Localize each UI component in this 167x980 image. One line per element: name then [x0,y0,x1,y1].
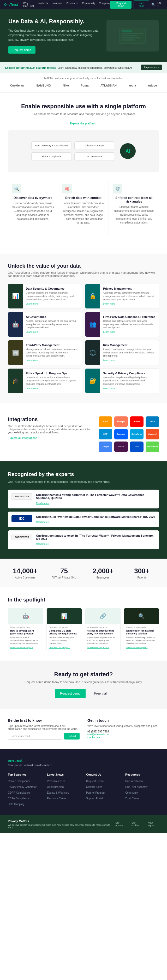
diagram-node-data: Data Discovery & Classification [31,142,72,150]
footer-link-3-3[interactable]: Trust Center [125,797,140,800]
svg-rect-2 [121,33,143,34]
newsletter-submit-button[interactable]: Submit [64,733,80,740]
nav-link-products[interactable]: Products [38,2,48,8]
value-card-link-4[interactable]: Learn more › [26,359,39,361]
footer-link-0-2[interactable]: GDPR Compliance [8,791,30,794]
value-content-1: Privacy Management Automate privacy comp… [100,284,159,309]
value-card-link-1[interactable]: Learn more › [103,302,117,305]
language-selector[interactable]: EN ▾ [158,2,163,8]
value-card-desc-6: Operationalize your ethics and complianc… [26,376,79,386]
footer-link-0-0[interactable]: Cookie Compliance [8,780,30,783]
hero-cta-button[interactable]: Request demo [8,46,36,54]
footer-rights-link[interactable]: Your rights [148,822,159,827]
spotlight-card-link-1[interactable]: Download Infographic › [49,646,70,649]
forrester-logo-0: FORRESTER [11,493,32,500]
nav-link-community[interactable]: Community [82,2,95,8]
recognized-cards: FORRESTER OneTrust named a strong perfor… [8,490,159,549]
enforce-icon: 🛡️ [113,184,122,193]
recognized-card-1: IDC OneTrust #1 in "Worldwide Data Priva… [8,512,159,527]
contact-link[interactable]: Contact us › [87,736,101,739]
footer-cookies-link[interactable]: Our cookies [131,822,144,827]
newsletter-email-input[interactable] [8,733,62,740]
value-card-link-0[interactable]: Learn more › [26,302,39,305]
search-icon[interactable]: 🔍 [151,3,155,6]
platform-diagram: Data Discovery & Classification Privacy … [8,130,159,172]
footer-link-3-2[interactable]: Community [125,791,139,794]
spotlight-card-content-1: Download Infographic Comparing US state … [47,624,82,651]
enrich-icon: 🧠 [62,184,72,193]
nav-request-demo-button[interactable]: Request demo [110,1,131,9]
recognized-description: OneTrust is a proven leader in trust int… [8,480,159,483]
footer-link-1-3[interactable]: Resource Center [47,797,67,800]
logo-puma: Puma [79,83,91,88]
spotlight-tag-1: Download Infographic [49,626,80,628]
footer-col-title-2: Contact Us [86,773,120,776]
nav-free-trial-button[interactable]: Free trial [134,0,149,9]
cta-primary-button[interactable]: Request demo [55,689,86,698]
hero-title: Use Data & AI, Responsibly. [8,18,101,25]
value-card-7: 🔐 Security & Privacy Compliance Streamli… [85,368,159,393]
forrester-badge-0: FORRESTER [11,493,32,500]
recognized-card-text-2: OneTrust continues to excel in "The Forr… [36,534,156,546]
nav-links: Why OneTrust Products Solutions Resource… [23,2,110,8]
recognized-card-link-1[interactable]: Read more › [36,521,49,523]
footer-link-0-4[interactable]: Data Mapping [8,803,24,806]
spotlight-card-link-3[interactable]: Download Infographic › [126,646,147,649]
value-icon-1: 🔒 [85,284,100,309]
footer-col-links-0: Cookie Compliance Privacy Policy Generat… [8,779,42,806]
integrations-link[interactable]: Explore all Integrations › [8,436,39,439]
promo-content: Explore our Spring 2024 platform release… [5,65,132,70]
integration-logo-hubspot: HubSpot [114,417,128,427]
value-card-5: ⚖️ Risk Management Identify, prioritize … [85,340,159,365]
footer-link-3-1[interactable]: OneTrust Academy [125,786,147,788]
footer-link-1-0[interactable]: Press Releases [47,780,65,783]
footer-link-1-1[interactable]: OneTrust Blog [47,786,64,788]
nav-link-company[interactable]: Company [99,2,110,8]
value-card-link-5[interactable]: Learn more › [103,359,117,361]
nav-link-solutions[interactable]: Solutions [51,2,62,8]
value-card-link-6[interactable]: Learn more › [26,387,39,390]
footer-link-2-2[interactable]: Partner Program [86,791,106,794]
recognized-card-link-0[interactable]: Read more › [36,502,49,504]
logos-row: Cookielaw SAMSUNG Nike Puma ATLASSIAN ae… [5,83,162,88]
spotlight-card-title-3: What to look for in a data discovery sol… [126,630,157,635]
nav-link-resources[interactable]: Resources [66,2,79,8]
footer-link-1-2[interactable]: Events & Webinars [47,791,69,794]
platform-link[interactable]: Explore the platform › [8,122,159,125]
recognized-card-link-2[interactable]: Read more › [36,542,49,545]
svg-rect-4 [121,37,140,38]
cta-secondary-button[interactable]: Free trial [89,689,112,698]
value-description: OneTrust offers a unified platform that … [8,271,159,277]
footer-link-0-3[interactable]: CCPA Compliance [8,797,29,800]
footer-privacy-link[interactable]: Our privacy [115,822,128,827]
spotlight-card-0: 🤖 Download White Paper How to develop an… [8,608,43,651]
footer-col-links-1: Press Releases OneTrust Blog Events & We… [47,779,81,800]
promo-button[interactable]: Experience › [141,65,162,70]
platform-section: Enable responsible use with a single pla… [0,92,167,254]
spotlight-img-0: 🤖 [8,608,43,624]
newsletter-left: Be the first to know Sign up to receive … [8,718,80,740]
recognized-card-text-0: OneTrust named a strong performer in The… [36,493,156,505]
footer-link-2-0[interactable]: Request Demo [86,780,104,783]
value-card-2: 🤖 AI Governance Assess, monitor and mana… [8,312,82,337]
footer-link-2-1[interactable]: Contact Sales [86,786,102,788]
value-card-link-7[interactable]: Learn more › [103,387,117,390]
footer-link-2-3[interactable]: Support Portal [86,797,103,800]
spotlight-card-desc-3: Discover the key capabilities to look fo… [126,636,157,644]
value-card-3: 👥 First-Party Data Consent & Preference … [85,312,159,337]
spotlight-card-link-0[interactable]: Download White Paper › [10,646,33,649]
value-content-6: Ethics Speak Up Program Ops Operationali… [23,369,82,393]
nav-link-why[interactable]: Why OneTrust [23,2,34,8]
contact-phone: +1 (888) 698-7989 [87,730,159,733]
contact-email[interactable]: info@onetrust.com [87,733,109,736]
logo-atlassian: ATLASSIAN [98,83,119,88]
value-card-link-2[interactable]: Learn more › [26,331,39,333]
spotlight-card-link-2[interactable]: Download Infographic › [87,646,109,649]
footer-link-3-0[interactable]: Documentation [125,780,143,783]
value-card-link-3[interactable]: Learn more › [103,331,117,333]
spotlight-grid: 🤖 Download White Paper How to develop an… [8,608,159,651]
svg-rect-3 [121,35,137,37]
spotlight-card-desc-2: Follow these steps to build an effective… [87,636,118,644]
footer-link-0-1[interactable]: Privacy Policy Generator [8,786,36,788]
value-card-0: 📊 Data Security & Governance Discover, c… [8,284,82,309]
